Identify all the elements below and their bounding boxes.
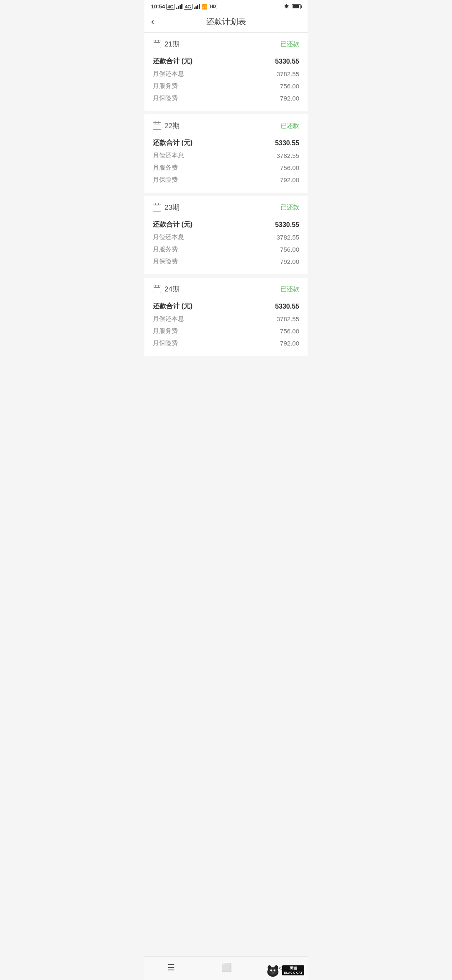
calendar-icon	[153, 122, 161, 130]
page-title: 还款计划表	[206, 16, 246, 27]
period-card-2: 22期已还款还款合计 (元)5330.55月偿还本息3782.55月服务费756…	[144, 114, 308, 193]
detail-row: 月保险费792.00	[153, 337, 299, 349]
total-row: 还款合计 (元)5330.55	[153, 300, 299, 313]
paid-status-badge: 已还款	[280, 285, 299, 293]
total-value: 5330.55	[275, 303, 299, 310]
detail-row: 月保险费792.00	[153, 92, 299, 104]
detail-row: 月保险费792.00	[153, 174, 299, 186]
battery-icon	[292, 4, 301, 9]
hd-badge: HD	[209, 4, 217, 9]
paid-status-badge: 已还款	[280, 122, 299, 130]
detail-value: 3782.55	[277, 234, 299, 241]
nav-bar: ‹ 还款计划表	[144, 11, 308, 33]
calendar-icon	[153, 204, 161, 211]
detail-value: 792.00	[280, 340, 299, 347]
paid-status-badge: 已还款	[280, 204, 299, 211]
detail-value: 3782.55	[277, 152, 299, 159]
detail-label: 月保险费	[153, 258, 178, 266]
period-header: 22期已还款	[153, 121, 299, 131]
total-row: 还款合计 (元)5330.55	[153, 55, 299, 68]
detail-label: 月保险费	[153, 94, 178, 102]
detail-row: 月偿还本息3782.55	[153, 68, 299, 80]
total-value: 5330.55	[275, 58, 299, 65]
detail-value: 792.00	[280, 176, 299, 183]
detail-row: 月偿还本息3782.55	[153, 150, 299, 162]
period-header: 24期已还款	[153, 284, 299, 294]
calendar-icon	[153, 286, 161, 293]
total-label: 还款合计 (元)	[153, 220, 193, 229]
period-number: 23期	[164, 203, 180, 212]
detail-row: 月保险费792.00	[153, 255, 299, 268]
detail-label: 月偿还本息	[153, 315, 184, 323]
period-card-1: 21期已还款还款合计 (元)5330.55月偿还本息3782.55月服务费756…	[144, 33, 308, 111]
period-header: 21期已还款	[153, 39, 299, 49]
detail-label: 月服务费	[153, 164, 178, 172]
status-right: ✱	[284, 3, 301, 10]
period-number: 21期	[164, 39, 180, 49]
period-card-4: 24期已还款还款合计 (元)5330.55月偿还本息3782.55月服务费756…	[144, 278, 308, 356]
detail-label: 月服务费	[153, 327, 178, 335]
period-card-3: 23期已还款还款合计 (元)5330.55月偿还本息3782.55月服务费756…	[144, 196, 308, 274]
bluetooth-icon: ✱	[284, 3, 289, 10]
detail-value: 756.00	[280, 164, 299, 171]
detail-label: 月偿还本息	[153, 152, 184, 160]
detail-row: 月服务费756.00	[153, 80, 299, 92]
period-header: 23期已还款	[153, 203, 299, 212]
signal1-icon	[176, 4, 182, 9]
network2-badge: 4G	[184, 4, 193, 10]
paid-status-badge: 已还款	[280, 40, 299, 48]
period-number: 24期	[164, 284, 180, 294]
status-bar: 10:54 4G 4G 📶 HD ✱	[144, 0, 308, 11]
detail-label: 月保险费	[153, 339, 178, 347]
total-label: 还款合计 (元)	[153, 139, 193, 147]
detail-value: 792.00	[280, 95, 299, 102]
detail-value: 3782.55	[277, 315, 299, 322]
time-display: 10:54	[151, 3, 165, 10]
calendar-icon	[153, 41, 161, 48]
detail-row: 月服务费756.00	[153, 162, 299, 174]
detail-row: 月偿还本息3782.55	[153, 231, 299, 243]
total-row: 还款合计 (元)5330.55	[153, 218, 299, 231]
detail-value: 756.00	[280, 83, 299, 90]
period-number: 22期	[164, 121, 180, 131]
status-time: 10:54 4G 4G 📶 HD	[151, 3, 217, 10]
total-value: 5330.55	[275, 221, 299, 229]
detail-value: 756.00	[280, 246, 299, 253]
detail-label: 月服务费	[153, 245, 178, 253]
total-value: 5330.55	[275, 139, 299, 147]
detail-row: 月偿还本息3782.55	[153, 313, 299, 325]
content-area: 21期已还款还款合计 (元)5330.55月偿还本息3782.55月服务费756…	[144, 33, 308, 384]
detail-value: 792.00	[280, 258, 299, 265]
total-label: 还款合计 (元)	[153, 302, 193, 311]
back-button[interactable]: ‹	[151, 16, 154, 27]
network1-badge: 4G	[166, 4, 175, 10]
total-label: 还款合计 (元)	[153, 57, 193, 66]
total-row: 还款合计 (元)5330.55	[153, 137, 299, 150]
detail-value: 756.00	[280, 328, 299, 335]
wifi-icon: 📶	[201, 4, 208, 10]
detail-label: 月服务费	[153, 82, 178, 90]
detail-label: 月偿还本息	[153, 233, 184, 241]
detail-row: 月服务费756.00	[153, 325, 299, 337]
detail-label: 月偿还本息	[153, 70, 184, 78]
detail-value: 3782.55	[277, 70, 299, 77]
signal2-icon	[194, 4, 200, 9]
detail-row: 月服务费756.00	[153, 243, 299, 255]
detail-label: 月保险费	[153, 176, 178, 184]
